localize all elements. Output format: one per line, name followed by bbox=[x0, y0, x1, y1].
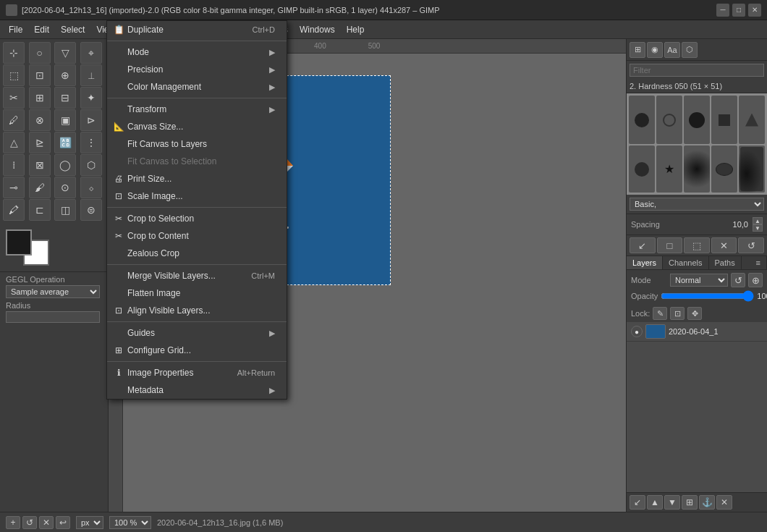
panel-btn-3[interactable]: Aa bbox=[664, 42, 680, 58]
layer-raise[interactable]: ▲ bbox=[647, 495, 663, 510]
layer-visibility[interactable]: ● bbox=[631, 326, 643, 337]
tool-crop[interactable]: ✦ bbox=[80, 87, 102, 109]
tool-fuzzy-select[interactable]: ⌖ bbox=[80, 42, 102, 64]
tab-paths[interactable]: Paths bbox=[709, 256, 742, 269]
tool-clone[interactable]: 🖍 bbox=[3, 199, 25, 221]
tool-paintbrush[interactable]: ⬡ bbox=[80, 154, 102, 176]
menu-help[interactable]: Help bbox=[341, 22, 370, 37]
menu-print-size[interactable]: 🖨 Print Size... bbox=[107, 170, 287, 187]
layer-item[interactable]: ● 2020-06-04_1 bbox=[627, 322, 767, 342]
tool-smudge[interactable]: ◫ bbox=[54, 199, 76, 221]
menu-duplicate[interactable]: 📋 Duplicate Ctrl+D bbox=[107, 21, 287, 38]
layer-anchor[interactable]: ⚓ bbox=[699, 495, 715, 510]
tool-transform[interactable]: ✂ bbox=[3, 87, 25, 109]
foreground-color[interactable] bbox=[6, 229, 32, 256]
mode-select[interactable]: Normal bbox=[670, 274, 728, 287]
paint-action-5[interactable]: ↺ bbox=[738, 237, 764, 253]
spacing-up[interactable]: ▲ bbox=[753, 217, 763, 224]
menu-transform[interactable]: Transform ▶ bbox=[107, 101, 287, 118]
tool-shear[interactable]: ▣ bbox=[54, 109, 76, 131]
tool-rect-select[interactable]: ⊹ bbox=[3, 42, 25, 64]
spacing-down[interactable]: ▼ bbox=[753, 224, 763, 232]
tool-align[interactable]: ⊞ bbox=[29, 87, 51, 109]
tool-eraser[interactable]: ⊸ bbox=[3, 177, 25, 198]
tool-free-select[interactable]: ▽ bbox=[54, 42, 76, 64]
tool-select-by-color[interactable]: ⬚ bbox=[3, 64, 25, 86]
gegl-op-select[interactable]: Sample average bbox=[6, 285, 100, 298]
tool-bucket[interactable]: ⁞ bbox=[3, 154, 25, 176]
status-close[interactable]: ✕ bbox=[39, 516, 54, 529]
lock-alpha[interactable]: ⊡ bbox=[670, 307, 685, 320]
layer-delete[interactable]: ✕ bbox=[716, 495, 732, 510]
status-new[interactable]: + bbox=[6, 516, 20, 529]
tab-menu[interactable]: ≡ bbox=[750, 256, 767, 269]
menu-scale-image[interactable]: ⊡ Scale Image... bbox=[107, 187, 287, 205]
menu-color-management[interactable]: Color Management ▶ bbox=[107, 78, 287, 96]
panel-btn-2[interactable]: ◉ bbox=[647, 42, 663, 58]
panel-btn-1[interactable]: ⊞ bbox=[630, 42, 645, 58]
menu-edit[interactable]: Edit bbox=[28, 22, 55, 37]
lock-position[interactable]: ✥ bbox=[687, 307, 702, 320]
tab-layers[interactable]: Layers bbox=[627, 256, 663, 269]
menu-image-properties[interactable]: ℹ Image Properties Alt+Return bbox=[107, 364, 287, 381]
menu-mode[interactable]: Mode ▶ bbox=[107, 43, 287, 61]
menu-configure-grid[interactable]: ⊞ Configure Grid... bbox=[107, 342, 287, 359]
tool-ellipse-select[interactable]: ○ bbox=[29, 42, 51, 64]
menu-select[interactable]: Select bbox=[55, 22, 90, 37]
paint-action-3[interactable]: ⬚ bbox=[684, 237, 710, 253]
tool-flip[interactable]: △ bbox=[3, 132, 25, 153]
tool-text[interactable]: ⋮ bbox=[80, 132, 102, 153]
tool-blend[interactable]: ⊠ bbox=[29, 154, 51, 176]
filter-input[interactable] bbox=[630, 64, 764, 77]
paint-action-4[interactable]: ✕ bbox=[711, 237, 737, 253]
menu-align-visible[interactable]: ⊡ Align Visible Layers... bbox=[107, 302, 287, 319]
tool-move[interactable]: ⊟ bbox=[54, 87, 76, 109]
tab-channels[interactable]: Channels bbox=[663, 256, 708, 269]
tool-iscissors[interactable]: ⊡ bbox=[29, 64, 51, 86]
tool-heal[interactable]: ⊏ bbox=[29, 199, 51, 221]
tool-ink[interactable]: ⊙ bbox=[54, 177, 76, 198]
mode-extra[interactable]: ⊕ bbox=[748, 273, 763, 287]
units-select[interactable]: px bbox=[76, 516, 103, 529]
menu-fit-canvas-layers[interactable]: Fit Canvas to Layers bbox=[107, 135, 287, 153]
restore-button[interactable]: □ bbox=[732, 4, 745, 17]
mode-reset[interactable]: ↺ bbox=[731, 273, 745, 287]
menu-zealous-crop[interactable]: Zealous Crop bbox=[107, 245, 287, 262]
status-restore[interactable]: ↺ bbox=[22, 516, 37, 529]
close-button[interactable]: ✕ bbox=[748, 4, 761, 17]
menu-windows[interactable]: Windows bbox=[294, 22, 341, 37]
tool-airbrush[interactable]: 🖌 bbox=[29, 177, 51, 198]
tool-pencil[interactable]: ◯ bbox=[54, 154, 76, 176]
layer-duplicate[interactable]: ⊞ bbox=[682, 495, 698, 510]
menu-canvas-size[interactable]: 📐 Canvas Size... bbox=[107, 118, 287, 135]
radius-input[interactable] bbox=[6, 311, 100, 323]
menu-crop-to-content[interactable]: ✂ Crop to Content bbox=[107, 227, 287, 245]
minimize-button[interactable]: ─ bbox=[716, 4, 729, 17]
menu-precision[interactable]: Precision ▶ bbox=[107, 61, 287, 78]
menu-merge-visible[interactable]: Merge Visible Layers... Ctrl+M bbox=[107, 267, 287, 284]
menu-guides[interactable]: Guides ▶ bbox=[107, 324, 287, 342]
panel-btn-4[interactable]: ⬡ bbox=[682, 42, 698, 58]
menu-crop-to-selection[interactable]: ✂ Crop to Selection bbox=[107, 210, 287, 227]
brush-category-select[interactable]: Basic, bbox=[630, 198, 764, 211]
lock-pixels[interactable]: ✎ bbox=[653, 307, 667, 320]
menu-metadata[interactable]: Metadata ▶ bbox=[107, 381, 287, 399]
opacity-slider[interactable] bbox=[661, 290, 754, 302]
paint-action-1[interactable]: ↙ bbox=[630, 237, 656, 253]
tool-foreground-select[interactable]: ⊕ bbox=[54, 64, 76, 86]
tool-scale[interactable]: ⊗ bbox=[29, 109, 51, 131]
tool-dodge[interactable]: ⊜ bbox=[80, 199, 102, 221]
paint-action-2[interactable]: □ bbox=[657, 237, 683, 253]
tool-mypaint[interactable]: ⬦ bbox=[80, 177, 102, 198]
spacing-stepper[interactable]: ▲ ▼ bbox=[753, 217, 763, 232]
layer-lower[interactable]: ▼ bbox=[664, 495, 680, 510]
zoom-select[interactable]: 100 % bbox=[109, 516, 151, 529]
menu-flatten-image[interactable]: Flatten Image bbox=[107, 284, 287, 302]
status-export[interactable]: ↩ bbox=[56, 516, 70, 529]
layer-new[interactable]: ↙ bbox=[630, 495, 645, 510]
tool-warp[interactable]: 🔠 bbox=[54, 132, 76, 153]
tool-cage[interactable]: ⊵ bbox=[29, 132, 51, 153]
tool-path[interactable]: ⟂ bbox=[80, 64, 102, 86]
tool-rotate[interactable]: 🖊 bbox=[3, 109, 25, 131]
menu-file[interactable]: File bbox=[3, 22, 28, 37]
